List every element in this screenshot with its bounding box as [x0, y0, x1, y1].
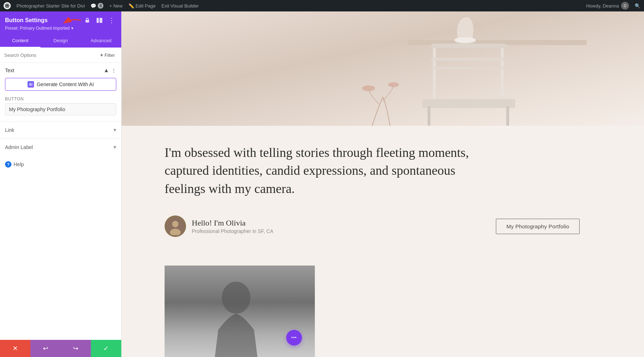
svg-rect-6: [122, 11, 644, 126]
exit-builder-button[interactable]: Exit Visual Builder: [161, 3, 199, 9]
hero-image-svg: [122, 11, 644, 126]
collapse-button[interactable]: ▲: [103, 67, 109, 74]
user-avatar[interactable]: D: [621, 2, 629, 10]
wp-logo-icon[interactable]: W: [4, 2, 11, 9]
comment-count[interactable]: 💬 0: [91, 3, 103, 9]
sidebar-header: Button Settings: [0, 11, 121, 34]
admin-label-section: Admin Label ▾: [0, 138, 121, 155]
edit-page-button[interactable]: ✏️ Edit Page: [128, 3, 156, 9]
link-section: Link ▾: [0, 121, 121, 138]
more-options-icon[interactable]: ⋮: [107, 16, 116, 25]
settings-tabs: Content Design Advanced: [0, 34, 121, 48]
svg-point-21: [172, 221, 179, 227]
svg-rect-5: [99, 18, 102, 23]
lock-icon[interactable]: [83, 16, 92, 25]
svg-rect-12: [431, 44, 506, 48]
svg-rect-15: [422, 99, 515, 108]
svg-point-9: [454, 37, 476, 43]
tab-content[interactable]: Content: [0, 34, 40, 48]
svg-rect-16: [428, 106, 430, 126]
svg-rect-10: [433, 44, 436, 101]
arrow-indicator-icon: [61, 18, 83, 28]
portfolio-button[interactable]: My Photography Portfolio: [496, 219, 580, 234]
site-name[interactable]: Photographer Starter Site for Divi: [16, 3, 85, 9]
link-section-header[interactable]: Link ▾: [5, 122, 116, 138]
sidebar-header-icons: ⋮: [80, 16, 116, 25]
section-more-icon[interactable]: ⋮: [111, 68, 116, 73]
cancel-button[interactable]: ✕: [0, 340, 30, 357]
author-section: Hello! I'm Olivia Professional Photograp…: [165, 215, 594, 237]
sidebar-title: Button Settings: [5, 17, 48, 24]
tab-design[interactable]: Design: [40, 34, 81, 48]
link-section-title: Link: [5, 127, 14, 133]
text-section-header: Text ▲ ⋮: [0, 63, 121, 76]
svg-rect-3: [86, 20, 89, 23]
save-button[interactable]: ✓: [91, 340, 121, 357]
sidebar-bottom-bar: ✕ ↩ ↪ ✓: [0, 340, 121, 357]
svg-point-24: [222, 282, 250, 314]
admin-label-chevron-icon: ▾: [113, 144, 116, 150]
preset-label[interactable]: Preset: Primary Outlined imported ▾: [5, 26, 116, 34]
floating-action-button[interactable]: •••: [286, 330, 302, 346]
author-title: Professional Photographer in SF, CA: [192, 228, 273, 234]
svg-point-19: [388, 82, 399, 87]
svg-rect-4: [97, 18, 99, 23]
columns-icon[interactable]: [95, 16, 104, 25]
button-field-group: Button: [0, 96, 121, 121]
search-area: + Filter: [0, 48, 121, 63]
undo-button[interactable]: ↩: [30, 340, 61, 357]
search-icon[interactable]: 🔍: [635, 3, 640, 9]
svg-point-18: [362, 85, 375, 91]
main-quote-text: I'm obsessed with telling stories throug…: [165, 144, 476, 198]
bottom-image-row: •••: [122, 255, 644, 357]
admin-label-title: Admin Label: [5, 144, 33, 150]
text-section-title: Text: [5, 68, 14, 73]
svg-rect-14: [431, 67, 506, 70]
author-info: Hello! I'm Olivia Professional Photograp…: [165, 215, 273, 237]
author-avatar: [165, 215, 186, 237]
svg-rect-13: [431, 58, 506, 61]
help-area[interactable]: ? Help: [0, 155, 121, 173]
button-field-label: Button: [5, 96, 116, 101]
filter-button[interactable]: + Filter: [98, 51, 117, 59]
content-main: I'm obsessed with telling stories throug…: [122, 126, 623, 255]
settings-sidebar: Button Settings: [0, 11, 122, 357]
pencil-icon: ✏️: [128, 3, 134, 9]
ai-icon: AI: [28, 81, 34, 88]
howdy-section: Howdy, Deanna D: [586, 2, 629, 10]
svg-rect-11: [501, 44, 504, 101]
author-name: Hello! I'm Olivia: [192, 218, 273, 228]
svg-text:W: W: [6, 5, 8, 7]
help-icon: ?: [5, 161, 11, 168]
wp-admin-bar: W Photographer Starter Site for Divi 💬 0…: [0, 0, 644, 11]
hero-image: [122, 11, 644, 126]
tab-advanced[interactable]: Advanced: [81, 34, 121, 48]
help-label: Help: [14, 162, 24, 167]
search-input[interactable]: [4, 53, 95, 58]
link-chevron-icon: ▾: [113, 127, 116, 133]
redo-button[interactable]: ↪: [61, 340, 91, 357]
new-button[interactable]: + New: [109, 3, 122, 9]
generate-content-button[interactable]: AI Generate Content With AI: [5, 78, 116, 91]
button-text-input[interactable]: [5, 103, 116, 115]
page-content-area: I'm obsessed with telling stories throug…: [122, 11, 644, 357]
svg-rect-17: [506, 106, 509, 126]
admin-label-header[interactable]: Admin Label ▾: [5, 139, 116, 155]
